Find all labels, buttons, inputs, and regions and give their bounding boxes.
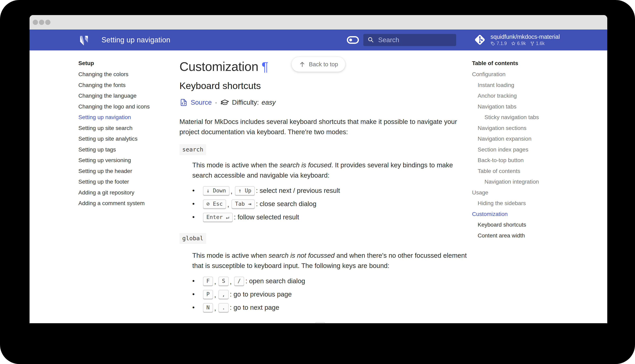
graduation-cap-icon — [220, 98, 229, 107]
anchor-pilcrow[interactable]: ¶ — [262, 60, 268, 74]
toc-item[interactable]: Sticky navigation tabs — [472, 112, 596, 123]
search-input[interactable]: Search — [363, 34, 456, 46]
toc-item[interactable]: Instant loading — [472, 80, 596, 90]
shortcut-item: •F,S,/: open search dialog — [192, 274, 467, 288]
key-separator: , — [214, 291, 216, 299]
toc-item[interactable]: Back-to-top button — [472, 155, 596, 166]
key-separator: , — [214, 278, 216, 286]
list-bullet: • — [192, 213, 203, 221]
shortcut-action: : go to next page — [230, 304, 279, 311]
sidebar-item[interactable]: Adding a git repository — [78, 187, 173, 198]
fork-icon — [530, 41, 535, 46]
window-control-dot[interactable] — [33, 20, 38, 25]
browser-window: Setting up navigation Search — [30, 15, 607, 323]
sidebar-item[interactable]: Setting up the footer — [78, 176, 173, 187]
source-link[interactable]: Source — [191, 99, 212, 106]
repo-link[interactable]: squidfunk/mkdocs-material 7.1.9 — [473, 33, 560, 46]
shortcut-action: : open search dialog — [245, 277, 305, 285]
sidebar-item[interactable]: Changing the colors — [78, 69, 173, 80]
window-control-dot[interactable] — [45, 20, 50, 25]
toc-item[interactable]: Section index pages — [472, 144, 596, 155]
page-content: Setup Changing the colorsChanging the fo… — [30, 50, 607, 323]
intro-paragraph: Material for MkDocs includes several key… — [180, 116, 467, 137]
mode-description: This mode is active when search is not f… — [192, 250, 467, 271]
sidebar-item[interactable]: Changing the logo and icons — [78, 101, 173, 112]
toc-item[interactable]: Navigation integration — [472, 176, 596, 187]
toc-item[interactable]: Keyboard shortcuts — [472, 219, 596, 230]
key-separator: , — [227, 201, 229, 208]
toc-item[interactable]: Content area width — [472, 230, 596, 241]
sidebar-section-title: Setup — [78, 58, 173, 69]
list-bullet: • — [192, 304, 203, 311]
difficulty-value: easy — [262, 99, 276, 106]
key-chip: N — [203, 303, 213, 312]
shortcut-list: •↓ Down,↑ Up: select next / previous res… — [180, 184, 467, 224]
table-of-contents: Table of contents ConfigurationInstant l… — [472, 58, 596, 241]
search-icon — [367, 36, 374, 44]
mode-term: global — [180, 233, 206, 244]
key-chip: ⊘ Esc — [203, 200, 226, 208]
star-icon — [511, 41, 516, 46]
window-titlebar — [30, 15, 607, 30]
toc-item[interactable]: Navigation tabs — [472, 101, 596, 112]
sidebar-item[interactable]: Adding a comment system — [78, 198, 173, 209]
window-controls[interactable] — [33, 20, 50, 25]
key-chip: S — [218, 276, 228, 286]
app-header: Setting up navigation Search — [30, 30, 607, 50]
toc-item[interactable]: Customization — [472, 209, 596, 220]
shortcut-item: •⊘ Esc,Tab ⇥: close search dialog — [192, 197, 467, 210]
sidebar-item[interactable]: Setting up navigation — [78, 112, 173, 123]
toc-title: Table of contents — [472, 58, 596, 69]
difficulty-label: Difficulty: — [232, 99, 259, 106]
window-control-dot[interactable] — [39, 20, 44, 25]
list-bullet: • — [192, 277, 203, 285]
back-to-top-button[interactable]: Back to top — [292, 57, 345, 72]
key-chip: P — [203, 290, 213, 299]
sidebar-list: Changing the colorsChanging the fontsCha… — [78, 69, 173, 209]
mode-description: This mode is active when the search is f… — [192, 160, 467, 180]
toc-item[interactable]: Navigation sections — [472, 123, 596, 134]
additional-javascript-link[interactable]: additional JavaScript — [369, 322, 431, 323]
source-difficulty-row: Source · Difficulty: easy — [180, 98, 467, 107]
sidebar-item[interactable]: Setting up site search — [78, 123, 173, 134]
shortcut-item: •↓ Down,↑ Up: select next / previous res… — [192, 184, 467, 197]
shortcut-item: •P,,: go to previous page — [192, 288, 467, 301]
key-separator: , — [230, 278, 232, 286]
shortcut-item: •N,.: go to next page — [192, 301, 467, 314]
version-tag-icon — [490, 41, 495, 46]
key-chip: ↑ Up — [235, 186, 255, 195]
mode-term: search — [180, 144, 206, 155]
theme-toggle-icon[interactable] — [347, 36, 359, 44]
toc-item[interactable]: Usage — [472, 187, 596, 198]
toc-list: ConfigurationInstant loadingAnchor track… — [472, 69, 596, 241]
page-title-header: Setting up navigation — [102, 30, 170, 50]
toc-item[interactable]: Navigation expansion — [472, 134, 596, 144]
repo-version: 7.1.9 — [496, 41, 507, 46]
article: Back to top Customization¶ Keyboard shor… — [180, 50, 467, 323]
toc-item[interactable]: Configuration — [472, 69, 596, 80]
git-repo-icon — [473, 33, 486, 46]
repo-name: squidfunk/mkdocs-material — [490, 33, 560, 40]
sidebar-item[interactable]: Changing the fonts — [78, 80, 173, 90]
toc-item[interactable]: Anchor tracking — [472, 90, 596, 101]
shortcut-action: : close search dialog — [256, 200, 316, 208]
shortcut-action: : select next / previous result — [256, 187, 340, 194]
key-chip: F — [203, 276, 213, 286]
nav-sidebar: Setup Changing the colorsChanging the fo… — [78, 58, 173, 209]
sidebar-item[interactable]: Setting up versioning — [78, 155, 173, 166]
key-chip: Tab ⇥ — [232, 200, 254, 208]
toc-item[interactable]: Table of contents — [472, 166, 596, 176]
screenshot-canvas: Setting up navigation Search — [0, 0, 635, 364]
key-chip: X — [315, 322, 325, 323]
sidebar-item[interactable]: Setting up tags — [78, 144, 173, 155]
repo-forks: 1.6k — [536, 41, 544, 46]
repo-stars: 6.9k — [517, 41, 526, 46]
dot-separator: · — [215, 99, 217, 106]
toc-item[interactable]: Hiding the sidebars — [472, 198, 596, 209]
shortcut-item: •Enter ↵: follow selected result — [192, 210, 467, 224]
list-bullet: • — [192, 290, 203, 298]
sidebar-item[interactable]: Changing the language — [78, 90, 173, 101]
sidebar-item[interactable]: Setting up the header — [78, 166, 173, 176]
sidebar-item[interactable]: Setting up site analytics — [78, 134, 173, 144]
key-chip: . — [218, 303, 228, 312]
